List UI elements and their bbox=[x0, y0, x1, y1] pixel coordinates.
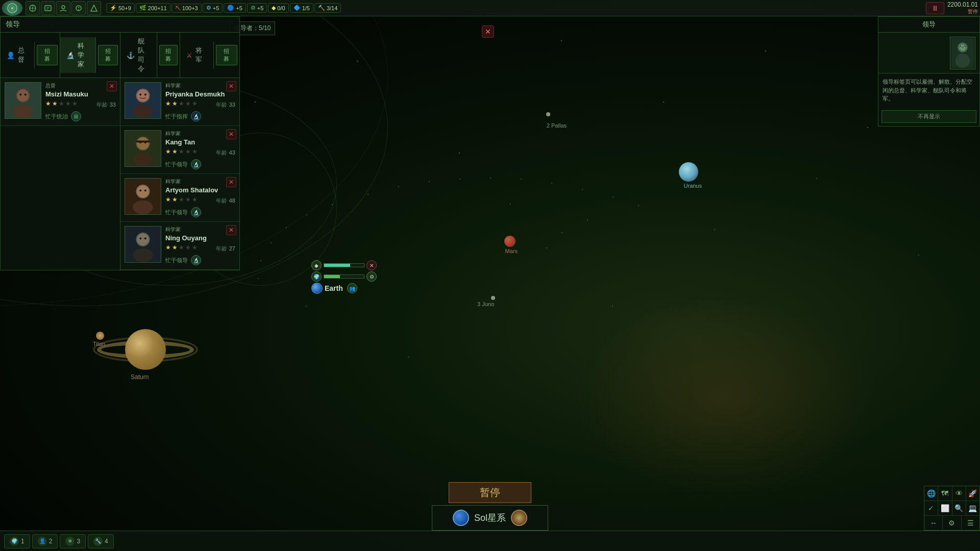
date-display: 2200.01.01 bbox=[947, 1, 978, 8]
scientist-type-0: 科学家 bbox=[165, 82, 235, 89]
tab-general[interactable]: ⚔ 将军 bbox=[180, 42, 214, 68]
close-governor-btn[interactable]: ✕ bbox=[107, 81, 117, 91]
general-label: 将军 bbox=[195, 46, 207, 64]
rb-btn-search[interactable]: 🔍 bbox=[952, 501, 966, 515]
bottom-tab-3-label: 3 bbox=[77, 538, 80, 545]
rb-btn-expand[interactable]: ↔ bbox=[924, 516, 943, 530]
scientist-status-0: 忙于指挥 🔬 bbox=[165, 111, 235, 121]
recruit-scientist-btn[interactable]: 招募 bbox=[98, 45, 117, 65]
bottom-tab-3[interactable]: ❄ 3 bbox=[60, 534, 86, 548]
topbar-btn-4[interactable] bbox=[71, 1, 86, 15]
resource-influence: 🔵 +5 bbox=[224, 3, 246, 13]
svg-point-35 bbox=[133, 201, 153, 214]
bottom-bar: 🌍 1 👤 2 ❄ 3 🔧 4 🌐 🗺 👁 🚀 ✓ ⬜ 🔍 💻 ↔ ⚙ ☰ bbox=[0, 531, 980, 551]
earth-ui-overlay: ◆ ✕ 🌍 ⚙ Earth 👥 bbox=[311, 260, 377, 294]
scientist-portrait-2 bbox=[125, 178, 161, 215]
mars-planet[interactable] bbox=[504, 236, 516, 247]
close-scientist-2-btn[interactable]: ✕ bbox=[226, 177, 236, 187]
scientist-tab-group: 🔬 科学家 招募 bbox=[60, 33, 119, 78]
food-value: 200+11 bbox=[148, 5, 167, 11]
scientist-type-3: 科学家 bbox=[165, 226, 235, 233]
earth-name-label[interactable]: Earth bbox=[325, 284, 343, 292]
topbar-btn-5[interactable] bbox=[87, 1, 101, 15]
tab-admiral[interactable]: ⚓ 舰队司令 bbox=[120, 33, 157, 78]
close-scientist-1-btn[interactable]: ✕ bbox=[226, 129, 236, 139]
system-name: Sol星系 bbox=[474, 512, 506, 524]
nebula-effect bbox=[572, 296, 878, 500]
credits-value: 0/0 bbox=[277, 5, 285, 11]
svg-rect-32 bbox=[136, 140, 150, 142]
scientist-card-2: 科学家 Artyom Shatalov ★ ★ ★ ★ ★ 年龄 48 bbox=[120, 174, 239, 222]
governor-tab-group: 👤 总督 招募 bbox=[1, 33, 60, 78]
topbar-btn-2[interactable] bbox=[41, 1, 55, 15]
rb-btn-window[interactable]: ⬜ bbox=[938, 501, 952, 515]
bottom-tab-1[interactable]: 🌍 1 bbox=[4, 534, 30, 548]
svg-rect-6 bbox=[45, 6, 51, 11]
globe-icon[interactable] bbox=[453, 510, 469, 526]
rb-btn-settings[interactable]: ⚙ bbox=[943, 516, 961, 530]
earth-settings-btn[interactable]: ⚙ bbox=[366, 271, 377, 282]
star-4: ★ bbox=[65, 100, 71, 107]
juno-label: 3 Juno bbox=[477, 301, 494, 307]
recruit-general-btn[interactable]: 招募 bbox=[216, 45, 237, 65]
topbar-btn-3[interactable] bbox=[56, 1, 70, 15]
center-bottom-ui: 暂停 Sol星系 bbox=[432, 482, 548, 531]
recruit-admiral-btn[interactable]: 招募 bbox=[159, 45, 178, 65]
scientist-stars-1: ★ ★ ★ ★ ★ bbox=[165, 148, 198, 155]
governor-name: Msizi Masuku bbox=[45, 90, 116, 98]
leaders-close-button[interactable]: ✕ bbox=[482, 26, 494, 38]
rb-btn-galaxy[interactable]: 🌐 bbox=[924, 486, 938, 500]
pallas-label: 2 Pallas bbox=[547, 122, 567, 129]
recruit-governor-btn[interactable]: 招募 bbox=[37, 45, 58, 65]
galaxy-icon[interactable] bbox=[511, 510, 527, 526]
scientist-status-3: 忙于领导 🔬 bbox=[165, 255, 235, 265]
dont-show-button[interactable]: 不再显示 bbox=[881, 110, 976, 123]
rb-btn-monitor[interactable]: 💻 bbox=[966, 501, 979, 515]
pause-button[interactable]: ⏸ bbox=[926, 2, 944, 14]
bottom-tab-4[interactable]: 🔧 4 bbox=[88, 534, 114, 548]
resource-credits: ◆ 0/0 bbox=[268, 3, 288, 13]
right-bottom-buttons: 🌐 🗺 👁 🚀 ✓ ⬜ 🔍 💻 ↔ ⚙ ☰ bbox=[924, 486, 980, 531]
energy-value: 50+9 bbox=[118, 5, 131, 11]
tab-governor[interactable]: 👤 总督 bbox=[1, 42, 35, 68]
svg-point-17 bbox=[17, 90, 29, 102]
governor-age: 33 bbox=[110, 102, 116, 108]
alloys-value: 1/5 bbox=[302, 5, 310, 11]
titan-planet[interactable] bbox=[96, 332, 104, 340]
game-logo[interactable] bbox=[2, 1, 22, 16]
svg-point-22 bbox=[133, 105, 153, 118]
earth-icon-2[interactable]: 🌍 bbox=[311, 271, 322, 282]
scientist-status-1: 忙于领导 🔬 bbox=[165, 159, 235, 169]
svg-point-9 bbox=[62, 6, 65, 9]
scientist-info-3: 科学家 Ning Ouyang ★ ★ ★ ★ ★ 年龄 27 bbox=[165, 226, 235, 265]
scientist-status-icon-3: 🔬 bbox=[191, 255, 201, 265]
bottom-tab-2[interactable]: 👤 2 bbox=[32, 534, 58, 548]
rb-btn-check[interactable]: ✓ bbox=[924, 501, 938, 515]
bottom-tab-4-label: 4 bbox=[105, 538, 108, 545]
tab-scientist[interactable]: 🔬 科学家 bbox=[60, 37, 96, 73]
rb-btn-survey[interactable]: 👁 bbox=[952, 486, 966, 500]
influence-value: +5 bbox=[236, 5, 242, 11]
rb-row-3: ↔ ⚙ ☰ bbox=[924, 516, 979, 530]
earth-icon-1[interactable]: ◆ bbox=[311, 260, 322, 270]
earth-manage-btn[interactable]: ✕ bbox=[366, 260, 377, 270]
topbar-btn-1[interactable] bbox=[26, 1, 40, 15]
scientist-info-0: 科学家 Priyanka Desmukh ★ ★ ★ ★ ★ 年龄 33 bbox=[165, 82, 235, 121]
rb-btn-menu[interactable]: ☰ bbox=[962, 516, 979, 530]
info-panel: 领导 领导标签页可以雇佣、解散、分配空闲的总督、科学家、舰队司令和将军。 不再显… bbox=[878, 16, 980, 127]
unity-value: +5 bbox=[257, 5, 264, 11]
bottom-tab-1-label: 1 bbox=[21, 538, 24, 545]
consumer-value: 3/14 bbox=[327, 5, 337, 11]
close-scientist-0-btn[interactable]: ✕ bbox=[226, 81, 236, 91]
saturn-planet[interactable] bbox=[125, 329, 166, 370]
scientist-status-2: 忙于领导 🔬 bbox=[165, 207, 235, 217]
leaders-panel-title: 领导 bbox=[1, 17, 239, 33]
resource-energy: ⚡ 50+9 bbox=[106, 3, 135, 13]
star-1: ★ bbox=[45, 100, 51, 107]
rb-btn-system[interactable]: 🗺 bbox=[938, 486, 952, 500]
scientist-portrait-1 bbox=[125, 130, 161, 167]
uranus-planet[interactable] bbox=[679, 162, 698, 182]
close-scientist-3-btn[interactable]: ✕ bbox=[226, 225, 236, 235]
rb-btn-fleet[interactable]: 🚀 bbox=[966, 486, 979, 500]
earth-extra-btn[interactable]: 👥 bbox=[347, 283, 357, 293]
